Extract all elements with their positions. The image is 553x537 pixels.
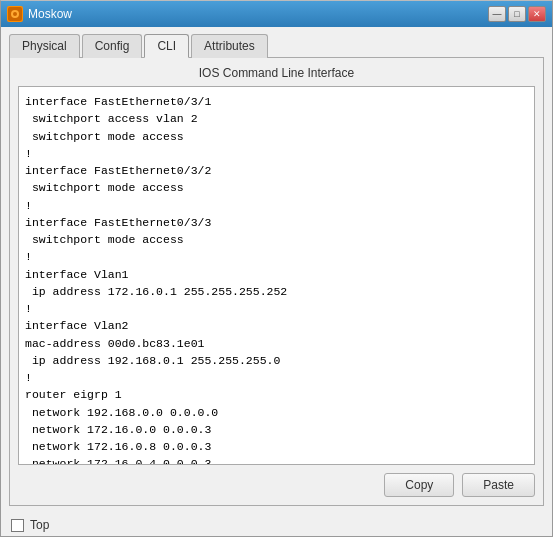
bottom-row: Top [1, 514, 552, 536]
main-window: Moskow — □ ✕ Physical Config CLI Attribu… [0, 0, 553, 537]
content-area: IOS Command Line Interface interface Fas… [9, 57, 544, 506]
svg-point-2 [13, 12, 17, 16]
button-row: Copy Paste [18, 473, 535, 497]
close-button[interactable]: ✕ [528, 6, 546, 22]
minimize-button[interactable]: — [488, 6, 506, 22]
copy-button[interactable]: Copy [384, 473, 454, 497]
tab-attributes[interactable]: Attributes [191, 34, 268, 58]
app-icon [7, 6, 23, 22]
tab-bar: Physical Config CLI Attributes [1, 27, 552, 57]
window-title: Moskow [28, 7, 72, 21]
title-bar: Moskow — □ ✕ [1, 1, 552, 27]
tab-cli[interactable]: CLI [144, 34, 189, 58]
top-label: Top [30, 518, 49, 532]
cli-text: interface FastEthernet0/3/1 switchport a… [25, 93, 530, 465]
tab-config[interactable]: Config [82, 34, 143, 58]
top-checkbox[interactable] [11, 519, 24, 532]
ios-label: IOS Command Line Interface [18, 66, 535, 80]
window-controls: — □ ✕ [488, 6, 546, 22]
title-bar-left: Moskow [7, 6, 72, 22]
paste-button[interactable]: Paste [462, 473, 535, 497]
tab-physical[interactable]: Physical [9, 34, 80, 58]
maximize-button[interactable]: □ [508, 6, 526, 22]
cli-terminal[interactable]: interface FastEthernet0/3/1 switchport a… [18, 86, 535, 465]
